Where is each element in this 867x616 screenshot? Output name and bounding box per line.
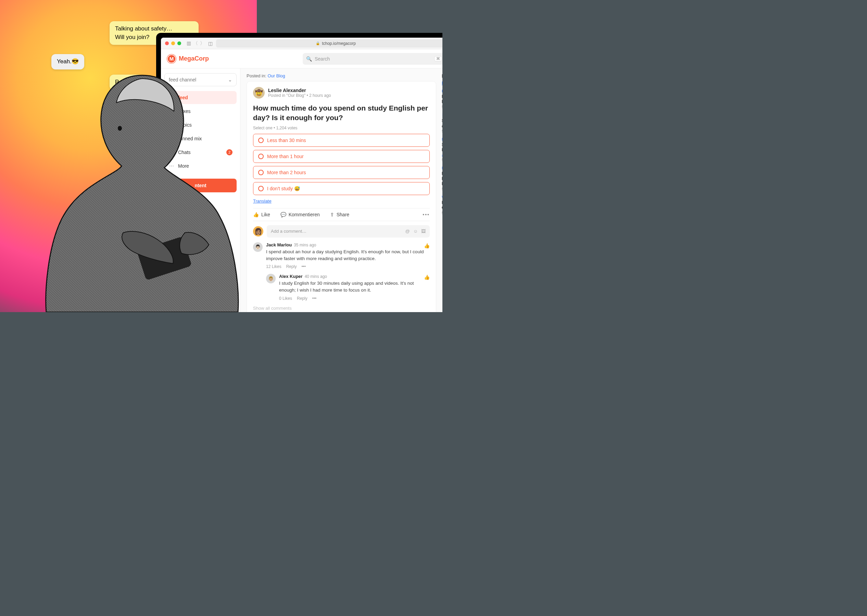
comment-author[interactable]: Jack Marlou bbox=[266, 242, 292, 247]
forward-icon[interactable]: 〉 bbox=[200, 40, 205, 47]
brand-name: MegaCorp bbox=[179, 55, 209, 62]
post-more-menu[interactable]: ••• bbox=[423, 212, 430, 217]
screen: ▥ 〈 〉 ◫ 🔒 tchop.io/megacorp ⟳ M MegaCorp… bbox=[161, 38, 442, 312]
commenter-avatar[interactable]: 👨🏻 bbox=[253, 242, 263, 252]
sidebar: feed channel ⌄ 🏠 feed ▦ Mixes bbox=[161, 68, 241, 312]
poll-meta: Select one • 1,204 votes bbox=[253, 126, 430, 130]
radio-icon bbox=[258, 186, 264, 191]
post-actions: 👍Like 💬Kommentieren ⇪Share ••• bbox=[253, 208, 430, 221]
comment-button[interactable]: 💬Kommentieren bbox=[280, 212, 320, 217]
unread-badge: 2 bbox=[227, 149, 233, 156]
breadcrumb: Posted in: Our Blog bbox=[247, 73, 436, 79]
poll-option[interactable]: I don't study 😅 bbox=[253, 182, 430, 195]
like-indicator-icon[interactable]: 👍 bbox=[424, 243, 430, 248]
close-window[interactable] bbox=[165, 41, 169, 45]
url-text: tchop.io/megacorp bbox=[322, 41, 356, 46]
pin-icon: 📌 bbox=[168, 136, 175, 141]
nav-label: Chats bbox=[178, 149, 191, 155]
nav-label: Mixes bbox=[178, 108, 191, 114]
sidebar-item-topics[interactable]: ☷ Topics bbox=[164, 118, 237, 131]
app-root: M MegaCorp 🔍 Search ⌘ F feed channel bbox=[161, 49, 442, 312]
reply-button[interactable]: Reply bbox=[297, 296, 307, 301]
comment-placeholder: Add a comment… bbox=[271, 229, 307, 234]
search-input[interactable]: 🔍 Search ⌘ F bbox=[303, 53, 442, 65]
author-name[interactable]: Leslie Alexander bbox=[268, 88, 331, 93]
msg-line: Talking about safety… bbox=[115, 25, 193, 33]
poll-option[interactable]: Less than 30 mins bbox=[253, 134, 430, 147]
rail-item[interactable]: ✕ Sta and 5 mi bbox=[442, 113, 442, 133]
rail-item[interactable]: Well Hea Cha 5 mi bbox=[442, 195, 442, 215]
chat-icon: 💬 bbox=[168, 149, 175, 155]
poll-option[interactable]: More than 1 hour bbox=[253, 150, 430, 163]
app-header: M MegaCorp 🔍 Search ⌘ F bbox=[161, 49, 442, 68]
translate-link[interactable]: Translate bbox=[253, 198, 272, 204]
comment-author[interactable]: Alex Kuper bbox=[279, 274, 303, 279]
grid-icon: ▦ bbox=[168, 108, 175, 114]
monitor-frame: ▥ 〈 〉 ◫ 🔒 tchop.io/megacorp ⟳ M MegaCorp… bbox=[156, 33, 442, 312]
chat-bubble-yeah: Yeah.😎 bbox=[51, 54, 84, 69]
rail-item[interactable]: Minc Mec Beg Pea 5 mi bbox=[442, 166, 442, 191]
comment-time: 35 mins ago bbox=[294, 243, 316, 247]
rail-heading: Lat bbox=[442, 73, 442, 79]
comment-time: 40 mins ago bbox=[305, 274, 327, 279]
post-header: 🤠 Leslie Alexander Posted in "Our Blog" … bbox=[253, 87, 430, 99]
comment-likes[interactable]: 12 Likes bbox=[266, 264, 282, 269]
comment-likes[interactable]: 0 Likes bbox=[279, 296, 292, 301]
self-avatar[interactable]: 👩🏽 bbox=[253, 226, 263, 236]
reply-button[interactable]: Reply bbox=[286, 264, 297, 269]
like-button[interactable]: 👍Like bbox=[253, 212, 270, 217]
sidebar-item-chats[interactable]: 💬 Chats 2 bbox=[164, 146, 237, 159]
search-icon: 🔍 bbox=[306, 56, 312, 61]
channel-label: feed channel bbox=[169, 77, 196, 82]
browser-nav: ▥ 〈 〉 bbox=[187, 40, 205, 47]
radio-icon bbox=[258, 138, 264, 143]
sidebar-toggle-icon[interactable]: ▥ bbox=[187, 40, 191, 47]
privacy-shield-icon[interactable]: ◫ bbox=[208, 41, 212, 46]
commenter-avatar[interactable]: 👨🏼 bbox=[266, 274, 275, 283]
sidebar-item-pinned[interactable]: 📌 Pinned mix bbox=[164, 132, 237, 145]
new-content-button[interactable]: ntent bbox=[164, 179, 237, 192]
rail-see-all[interactable]: Hea bbox=[442, 81, 442, 86]
poll-option[interactable]: More than 2 hours bbox=[253, 166, 430, 179]
mention-icon[interactable]: @ bbox=[405, 229, 410, 234]
comment-more-icon[interactable]: ••• bbox=[312, 296, 317, 301]
breadcrumb-link[interactable]: Our Blog bbox=[267, 73, 285, 79]
post-meta: Posted in "Our Blog" • 2 hours ago bbox=[268, 93, 331, 98]
emoji-icon[interactable]: ☺ bbox=[413, 229, 418, 234]
author-avatar[interactable]: 🤠 bbox=[253, 87, 265, 99]
window-controls bbox=[165, 41, 181, 45]
comment-text: I spend about an hour a day studying Eng… bbox=[266, 248, 430, 262]
app-body: feed channel ⌄ 🏠 feed ▦ Mixes bbox=[161, 68, 442, 312]
main-column: Posted in: Our Blog 🤠 Leslie Alexander P… bbox=[241, 68, 438, 312]
rail-item[interactable]: Nutr Sup Diet #he 5 mi bbox=[442, 137, 442, 162]
sidebar-item-more[interactable]: ⋯ More bbox=[164, 159, 237, 173]
back-icon[interactable]: 〈 bbox=[193, 40, 198, 47]
sidebar-item-feed[interactable]: 🏠 feed bbox=[164, 91, 237, 104]
brand-logo[interactable]: M MegaCorp bbox=[167, 54, 209, 63]
thumb-up-icon: 👍 bbox=[253, 212, 259, 217]
post-card: 🤠 Leslie Alexander Posted in "Our Blog" … bbox=[247, 81, 436, 312]
poll: Less than 30 mins More than 1 hour More … bbox=[253, 134, 430, 195]
minimize-window[interactable] bbox=[171, 41, 175, 45]
share-button[interactable]: ⇪Share bbox=[330, 212, 349, 217]
like-indicator-icon[interactable]: 👍 bbox=[424, 275, 430, 280]
search-placeholder: Search bbox=[315, 56, 330, 61]
more-icon: ⋯ bbox=[168, 163, 175, 169]
comment: 👨🏻 Jack Marlou35 mins ago I spend about … bbox=[253, 242, 430, 269]
comment-more-icon[interactable]: ••• bbox=[301, 264, 306, 269]
maximize-window[interactable] bbox=[177, 41, 181, 45]
comment-icon: 💬 bbox=[280, 212, 286, 217]
show-all-comments[interactable]: Show all comments bbox=[253, 306, 430, 311]
address-bar[interactable]: 🔒 tchop.io/megacorp ⟳ bbox=[216, 39, 442, 47]
chat-bubble-perf: Perf you bbox=[110, 75, 142, 90]
home-icon: 🏠 bbox=[168, 95, 175, 100]
image-icon[interactable]: 🖼 bbox=[421, 229, 426, 234]
radio-icon bbox=[258, 170, 264, 175]
rail-item[interactable]: Heal Boo Nat 5 mi bbox=[442, 89, 442, 109]
nav-label: More bbox=[178, 163, 189, 169]
nav-label: Topics bbox=[178, 122, 192, 128]
sidebar-item-mixes[interactable]: ▦ Mixes bbox=[164, 105, 237, 118]
channel-selector[interactable]: feed channel ⌄ bbox=[164, 73, 237, 86]
comment-input[interactable]: Add a comment… @ ☺ 🖼 bbox=[267, 225, 430, 237]
share-icon: ⇪ bbox=[330, 212, 334, 217]
